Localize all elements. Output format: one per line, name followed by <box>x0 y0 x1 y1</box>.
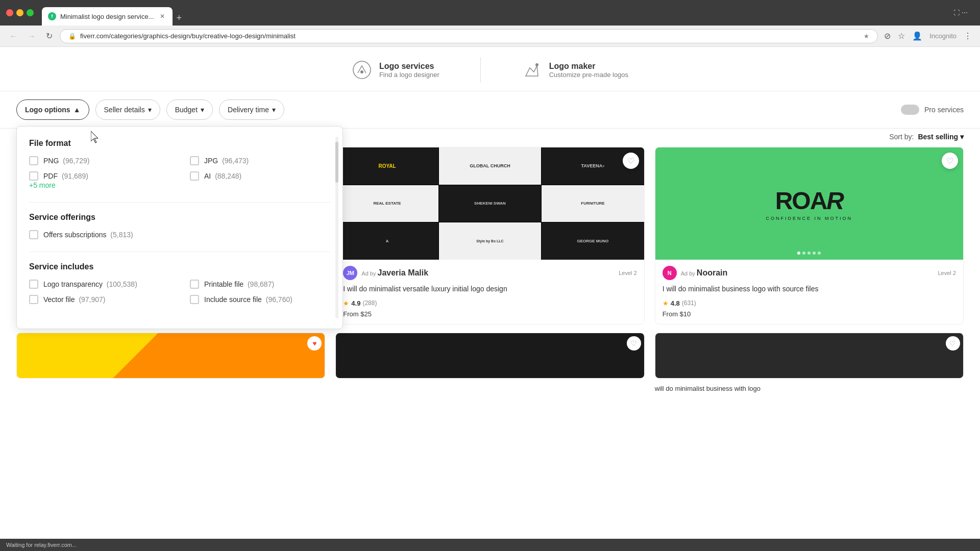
pdf-label: PDF (91,689) <box>43 172 88 180</box>
more-formats-link[interactable]: +5 more <box>29 181 56 189</box>
wishlist-btn-3[interactable]: ♡ <box>942 153 958 169</box>
chess-cell-6: FURNITURE <box>542 185 644 222</box>
seller-details-btn[interactable]: Seller details ▾ <box>95 99 160 120</box>
address-bar[interactable]: 🔒 fiverr.com/categories/graphics-design/… <box>60 29 878 43</box>
dot-5 <box>818 252 821 255</box>
tab-bar: f Minimalist logo design service... ✕ + … <box>0 0 980 26</box>
new-tab-btn[interactable]: + <box>173 11 186 26</box>
card-roar-price: From $10 <box>663 310 956 318</box>
star-icon-1: ★ <box>343 299 349 307</box>
scrollbar-track <box>335 137 338 318</box>
bottom-card-info-3: will do minimalist business with logo <box>655 383 964 392</box>
maximize-window-btn[interactable] <box>27 9 34 16</box>
pro-services-switch[interactable] <box>901 105 919 115</box>
star-icon-2: ★ <box>663 299 669 307</box>
chess-cell-4: REAL ESTATE <box>336 185 438 222</box>
roar-image-bg: ROAR CONFIDENCE IN MOTION <box>655 147 963 260</box>
heart-icon-4: ♥ <box>312 339 316 347</box>
status-bar: Waiting for relay.fiverr.com... <box>0 539 980 551</box>
wishlist-btn-6[interactable]: ♡ <box>946 336 960 350</box>
logo-transparency-checkbox[interactable] <box>29 280 38 289</box>
bottom-cards-row: ♥ ♡ ♡ <box>16 333 964 379</box>
card-roar-rating: ★ 4.8 (631) <box>663 299 956 307</box>
subscriptions-option[interactable]: Offers subscriptions (5,813) <box>29 230 330 239</box>
active-tab[interactable]: f Minimalist logo design service... ✕ <box>42 7 173 26</box>
logo-transparency-label: Logo transparency (100,538) <box>43 280 137 288</box>
wishlist-btn-2[interactable]: ♡ <box>623 153 639 169</box>
logo-services-icon <box>352 60 372 80</box>
seller-avatar-3: N <box>663 266 677 280</box>
budget-btn[interactable]: Budget ▾ <box>166 99 213 120</box>
address-text: fiverr.com/categories/graphics-design/bu… <box>80 32 860 40</box>
card-chess-price: From $25 <box>343 310 636 318</box>
pdf-option[interactable]: PDF (91,689) <box>29 171 169 181</box>
reload-btn[interactable]: ↻ <box>43 29 56 43</box>
subscriptions-checkbox[interactable] <box>29 230 38 239</box>
minimize-window-btn[interactable] <box>16 9 23 16</box>
service-includes-title: Service includes <box>29 262 330 271</box>
logo-maker-icon <box>522 60 542 80</box>
file-format-title: File format <box>29 139 330 148</box>
tab-close-btn[interactable]: ✕ <box>158 12 166 20</box>
bottom-card-1[interactable]: ♥ <box>16 333 325 379</box>
service-includes-section: Service includes Logo transparency (100,… <box>29 262 330 304</box>
ai-option[interactable]: AI (88,248) <box>190 171 330 181</box>
delivery-time-btn[interactable]: Delivery time ▾ <box>219 99 284 120</box>
vector-file-option[interactable]: Vector file (97,907) <box>29 295 169 304</box>
source-file-checkbox[interactable] <box>190 295 199 304</box>
wishlist-btn-5[interactable]: ♡ <box>627 336 641 350</box>
seller-avatar-2: JM <box>343 266 357 280</box>
profile-icon[interactable]: 👤 <box>910 29 924 43</box>
card-roar[interactable]: ROAR CONFIDENCE IN MOTION ♡ <box>655 147 964 324</box>
browser-window: f Minimalist logo design service... ✕ + … <box>0 0 980 392</box>
no-image-icon[interactable]: ⊘ <box>882 29 893 43</box>
wishlist-btn-4[interactable]: ♥ <box>307 336 322 350</box>
close-window-btn[interactable] <box>6 9 13 16</box>
logo-maker-banner[interactable]: Logo maker Customize pre-made logos <box>522 57 628 83</box>
back-btn[interactable]: ← <box>6 30 20 43</box>
card-roar-body: N Ad by Noorain Level 2 I will do minima… <box>655 260 963 324</box>
source-file-option[interactable]: Include source file (96,760) <box>190 295 330 304</box>
bottom-card-2-bg <box>336 333 644 378</box>
printable-file-checkbox[interactable] <box>190 280 199 289</box>
chevron-down-icon: ▾ <box>148 106 152 114</box>
card-chess-seller: JM Ad by Javeria Malik Level 2 <box>343 266 636 280</box>
png-option[interactable]: PNG (96,729) <box>29 156 169 165</box>
forward-btn[interactable]: → <box>24 30 39 43</box>
logo-transparency-option[interactable]: Logo transparency (100,538) <box>29 280 169 289</box>
vector-file-checkbox[interactable] <box>29 295 38 304</box>
logo-options-dropdown: File format PNG (96,729) JPG (96,473) <box>16 126 343 329</box>
scrollbar-thumb[interactable] <box>335 142 338 183</box>
logo-options-btn[interactable]: Logo options ▲ <box>16 99 89 120</box>
bottom-card-2[interactable]: ♡ <box>335 333 644 379</box>
chess-cell-8: Style by Bs LLC <box>439 222 541 260</box>
bookmark-icon[interactable]: ☆ <box>896 29 907 43</box>
seller-info-3: Ad by Noorain <box>681 268 728 278</box>
logo-services-banner[interactable]: Logo services Find a logo designer <box>352 57 439 83</box>
card-roar-seller: N Ad by Noorain Level 2 <box>663 266 956 280</box>
card-roar-image: ROAR CONFIDENCE IN MOTION ♡ <box>655 147 963 260</box>
printable-file-option[interactable]: Printable file (98,687) <box>190 280 330 289</box>
jpg-checkbox[interactable] <box>190 156 199 165</box>
window-controls <box>6 9 34 16</box>
logo-maker-text: Logo maker Customize pre-made logos <box>549 62 628 79</box>
jpg-option[interactable]: JPG (96,473) <box>190 156 330 165</box>
sort-dropdown[interactable]: Best selling ▾ <box>918 133 964 141</box>
bottom-card-info-2 <box>335 383 644 392</box>
bottom-card-3[interactable]: ♡ <box>655 333 964 379</box>
incognito-label[interactable]: Incognito <box>927 30 959 42</box>
pdf-checkbox[interactable] <box>29 171 38 181</box>
png-checkbox[interactable] <box>29 156 38 165</box>
card-chess-body: JM Ad by Javeria Malik Level 2 I will do… <box>336 260 644 324</box>
menu-icon[interactable]: ⋮ <box>962 29 974 43</box>
card-chess[interactable]: ROYAL GLOBAL CHURCH TAVEENA ♥ REAL ESTAT… <box>335 147 644 324</box>
card-chess-image: ROYAL GLOBAL CHURCH TAVEENA ♥ REAL ESTAT… <box>336 147 644 260</box>
source-file-label: Include source file (96,760) <box>204 295 292 304</box>
chess-cell-7: A <box>336 222 438 260</box>
ai-checkbox[interactable] <box>190 171 199 181</box>
logo-maker-subtitle: Customize pre-made logos <box>549 71 628 79</box>
dot-2 <box>802 252 805 255</box>
file-format-options: PNG (96,729) JPG (96,473) PDF (91,689) <box>29 156 330 181</box>
logo-services-subtitle: Find a logo designer <box>379 71 439 79</box>
nav-right-icons: ⊘ ☆ 👤 Incognito ⋮ <box>882 29 974 43</box>
